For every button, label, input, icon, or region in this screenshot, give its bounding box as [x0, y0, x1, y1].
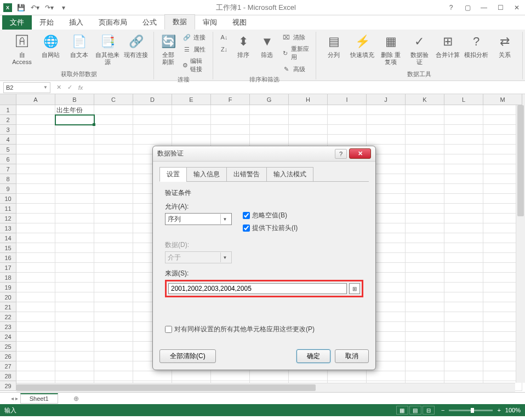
cell[interactable]	[211, 105, 250, 115]
cell[interactable]	[444, 253, 483, 263]
row-header[interactable]: 13	[0, 223, 16, 233]
cell[interactable]	[444, 302, 483, 312]
cell[interactable]	[94, 263, 133, 273]
cell[interactable]	[55, 361, 94, 371]
cell[interactable]	[16, 115, 55, 125]
cell[interactable]	[406, 342, 444, 352]
cell[interactable]	[55, 243, 94, 253]
cell[interactable]	[250, 125, 289, 135]
cell[interactable]	[444, 174, 483, 184]
cell[interactable]	[55, 292, 94, 302]
cell[interactable]	[250, 371, 289, 381]
cell[interactable]	[328, 115, 367, 125]
add-sheet-button[interactable]: ⊕	[71, 394, 81, 404]
column-header[interactable]: M	[483, 94, 522, 105]
cell[interactable]	[444, 233, 483, 243]
cell[interactable]	[94, 105, 133, 115]
cell[interactable]	[406, 164, 444, 174]
cell[interactable]	[172, 125, 211, 135]
cell[interactable]	[289, 115, 328, 125]
cell[interactable]	[406, 214, 444, 223]
cell[interactable]	[444, 125, 483, 135]
tab-input-message[interactable]: 输入信息	[186, 167, 227, 182]
redo-button[interactable]: ↷▾	[44, 2, 55, 13]
column-header[interactable]: I	[328, 94, 367, 105]
cell[interactable]	[94, 302, 133, 312]
cell[interactable]	[406, 361, 444, 371]
cell[interactable]	[250, 135, 289, 145]
cell[interactable]	[133, 115, 172, 125]
cell[interactable]	[289, 371, 328, 381]
cell[interactable]	[444, 371, 483, 381]
ribbon-toggle-icon[interactable]: ▢	[459, 0, 476, 15]
cell[interactable]	[406, 312, 444, 322]
cell[interactable]	[444, 283, 483, 292]
cell[interactable]	[55, 352, 94, 361]
cell[interactable]	[16, 233, 55, 243]
row-header[interactable]: 22	[0, 312, 16, 322]
cell[interactable]	[55, 174, 94, 184]
cell[interactable]	[406, 125, 444, 135]
from-web-button[interactable]: 🌐自网站	[37, 32, 64, 60]
cancel-formula-button[interactable]: ✕	[54, 83, 64, 93]
cell[interactable]	[94, 312, 133, 322]
cell[interactable]	[16, 361, 55, 371]
cell[interactable]	[328, 135, 367, 145]
cell[interactable]	[406, 283, 444, 292]
clear-all-button[interactable]: 全部清除(C)	[159, 349, 216, 363]
cell[interactable]	[444, 214, 483, 223]
vertical-scrollbar[interactable]	[516, 105, 525, 383]
cell[interactable]	[406, 273, 444, 283]
enter-formula-button[interactable]: ✓	[65, 83, 75, 93]
zoom-out-button[interactable]: −	[441, 407, 444, 413]
cell[interactable]	[133, 105, 172, 115]
clear-filter-button[interactable]: ⌧清除	[280, 32, 311, 43]
cell[interactable]	[367, 105, 406, 115]
allow-select[interactable]: 序列▼	[165, 213, 232, 225]
tab-page-layout[interactable]: 页面布局	[91, 15, 135, 30]
cell[interactable]	[444, 332, 483, 342]
cell[interactable]	[367, 371, 406, 381]
cell[interactable]	[289, 125, 328, 135]
cell[interactable]	[94, 214, 133, 223]
column-header[interactable]: F	[211, 94, 250, 105]
cell[interactable]	[289, 105, 328, 115]
tab-settings[interactable]: 设置	[159, 167, 187, 182]
row-header[interactable]: 29	[0, 381, 16, 391]
cell[interactable]	[211, 125, 250, 135]
view-page-break-button[interactable]: ⊟	[423, 406, 435, 415]
row-header[interactable]: 21	[0, 302, 16, 312]
cell[interactable]	[55, 204, 94, 214]
cell[interactable]	[94, 164, 133, 174]
help-icon[interactable]: ?	[443, 0, 459, 15]
cell[interactable]	[406, 154, 444, 164]
column-header[interactable]: C	[94, 94, 133, 105]
row-header[interactable]: 27	[0, 361, 16, 371]
cell[interactable]	[406, 371, 444, 381]
row-header[interactable]: 3	[0, 125, 16, 135]
cell[interactable]	[94, 125, 133, 135]
cell[interactable]	[16, 204, 55, 214]
cell[interactable]	[406, 145, 444, 154]
cell[interactable]	[211, 371, 250, 381]
cell[interactable]	[16, 283, 55, 292]
scroll-thumb[interactable]	[16, 384, 316, 391]
cell[interactable]	[55, 145, 94, 154]
cell[interactable]	[250, 105, 289, 115]
dialog-titlebar[interactable]: 数据验证 ? ✕	[153, 146, 375, 162]
view-page-layout-button[interactable]: ▤	[409, 406, 421, 415]
cell[interactable]	[250, 115, 289, 125]
cell[interactable]	[55, 253, 94, 263]
cell[interactable]	[328, 371, 367, 381]
cell[interactable]	[133, 371, 172, 381]
properties-button[interactable]: ☰属性	[180, 44, 208, 55]
sort-desc-button[interactable]: Z↓	[218, 44, 231, 55]
edit-links-button[interactable]: ⚙编辑链接	[180, 56, 208, 74]
cell[interactable]	[444, 312, 483, 322]
cell[interactable]	[16, 342, 55, 352]
column-header[interactable]: E	[172, 94, 211, 105]
source-input[interactable]	[168, 283, 347, 294]
view-normal-button[interactable]: ▦	[396, 406, 408, 415]
cell[interactable]	[55, 223, 94, 233]
refresh-all-button[interactable]: 🔄全部刷新	[158, 32, 178, 67]
